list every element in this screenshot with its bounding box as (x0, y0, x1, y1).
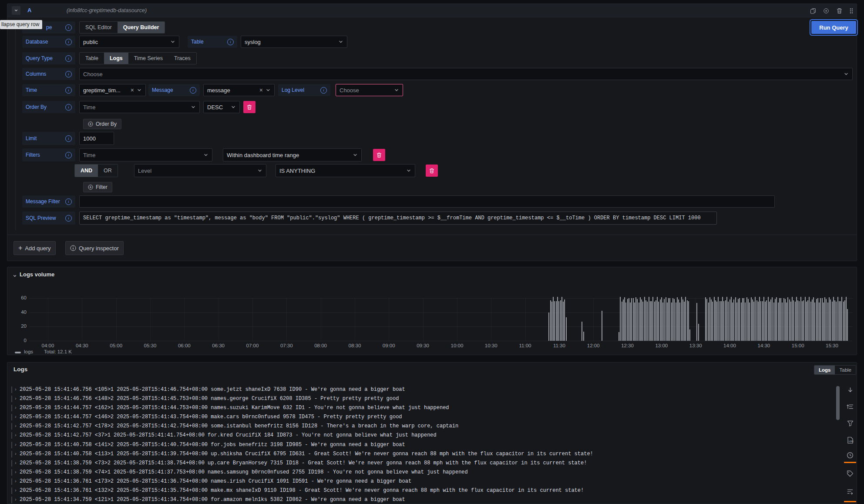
logs-scrollbar[interactable] (836, 386, 840, 420)
logs-volume-bar[interactable] (803, 300, 804, 341)
logs-volume-bar[interactable] (649, 297, 649, 341)
expand-log-chevron-icon[interactable]: › (15, 451, 17, 456)
logs-volume-bar[interactable] (668, 298, 669, 341)
logs-volume-bar[interactable] (706, 299, 707, 341)
logs-volume-bar[interactable] (800, 297, 801, 341)
logs-volume-bar[interactable] (847, 309, 848, 341)
tab-sql-editor[interactable]: SQL Editor (80, 22, 118, 33)
expand-log-chevron-icon[interactable]: › (15, 432, 17, 437)
logs-volume-bar[interactable] (651, 301, 652, 341)
message-filter-input[interactable] (79, 195, 775, 208)
logs-volume-bar[interactable] (662, 302, 663, 341)
log-row[interactable]: ›2025-05-28 15:41:38.759 <73>2 2025-05-2… (7, 459, 830, 468)
logs-volume-bar[interactable] (843, 302, 844, 341)
logs-volume-bar[interactable] (712, 302, 713, 341)
logs-volume-bar[interactable] (824, 297, 825, 341)
deduplication-filter-icon[interactable] (846, 419, 854, 428)
logs-volume-bar[interactable] (650, 301, 651, 341)
logs-volume-bar[interactable] (731, 297, 732, 341)
logs-volume-bar[interactable] (814, 302, 815, 341)
logs-volume-bar[interactable] (785, 299, 786, 341)
log-row[interactable]: ›2025-05-28 15:41:40.758 <113>1 2025-05-… (7, 450, 830, 459)
clear-icon[interactable]: × (131, 87, 134, 93)
logs-volume-bar[interactable] (816, 299, 817, 341)
logs-volume-bars[interactable] (7, 267, 857, 355)
expand-log-chevron-icon[interactable]: › (15, 478, 17, 484)
logs-volume-bar[interactable] (834, 300, 835, 341)
logs-volume-bar[interactable] (822, 298, 823, 341)
logs-volume-bar[interactable] (735, 297, 736, 341)
logs-volume-bar[interactable] (812, 299, 813, 341)
logs-volume-bar[interactable] (669, 298, 670, 341)
logs-volume-bar[interactable] (736, 302, 737, 341)
expand-log-chevron-icon[interactable]: › (15, 405, 17, 410)
logs-volume-bar[interactable] (652, 297, 653, 341)
log-row[interactable]: ›2025-05-28 15:41:40.758 <141>2 2025-05-… (7, 440, 830, 450)
logs-volume-bar[interactable] (657, 297, 658, 341)
logs-volume-bar[interactable] (759, 297, 760, 341)
logs-volume-bar[interactable] (677, 297, 678, 341)
logs-volume-bar[interactable] (679, 302, 680, 341)
logs-volume-bar[interactable] (802, 301, 803, 341)
logs-volume-bar[interactable] (654, 302, 655, 341)
logs-volume-bar[interactable] (639, 302, 639, 341)
logs-volume-bar[interactable] (582, 322, 582, 341)
logs-volume-bar[interactable] (676, 302, 676, 341)
query-inspector-button[interactable]: Query inspector (65, 241, 124, 255)
logs-volume-bar[interactable] (684, 302, 685, 341)
logs-volume-bar[interactable] (796, 297, 797, 341)
logs-volume-bar[interactable] (548, 312, 549, 341)
logs-volume-bar[interactable] (780, 298, 781, 341)
logs-volume-bar[interactable] (711, 299, 712, 341)
logs-volume-bar[interactable] (776, 297, 777, 341)
info-icon[interactable]: i (65, 135, 72, 142)
drag-handle-icon[interactable] (847, 7, 855, 15)
logs-volume-bar[interactable] (642, 302, 643, 341)
logs-volume-bar[interactable] (741, 302, 742, 341)
logs-volume-bar[interactable] (829, 297, 830, 341)
limit-input[interactable]: 1000 (79, 132, 114, 145)
logs-volume-bar[interactable] (823, 302, 824, 341)
filter1-field-select[interactable]: Time (79, 148, 212, 161)
logs-volume-bar[interactable] (728, 302, 729, 341)
expand-log-chevron-icon[interactable]: › (15, 386, 17, 392)
logs-volume-bar[interactable] (658, 302, 659, 341)
logs-volume-bar[interactable] (563, 302, 564, 341)
add-order-by-button[interactable]: Order By (83, 119, 121, 129)
log-row[interactable]: ›2025-05-28 15:41:44.757 <162>1 2025-05-… (7, 403, 830, 413)
log-row[interactable]: ›2025-05-28 15:41:46.756 <148>2 2025-05-… (7, 394, 830, 403)
logs-volume-bar[interactable] (682, 299, 683, 341)
log-row[interactable]: ›2025-05-28 15:41:38.759 <74>1 2025-05-2… (7, 468, 830, 477)
logs-volume-bar[interactable] (746, 297, 747, 341)
logs-volume-bar[interactable] (619, 332, 619, 341)
logs-volume-bar[interactable] (635, 297, 636, 341)
wrap-lines-icon[interactable] (846, 487, 854, 496)
hide-response-eye-icon[interactable] (822, 7, 830, 15)
clear-icon[interactable]: × (259, 87, 263, 93)
logs-volume-bar[interactable] (660, 299, 661, 341)
logs-volume-bar[interactable] (561, 297, 562, 341)
unique-labels-tag-icon[interactable] (846, 469, 854, 478)
info-icon[interactable]: i (65, 104, 72, 111)
logic-or[interactable]: OR (98, 165, 118, 177)
log-row[interactable]: ›2025-05-28 15:41:42.757 <178>2 2025-05-… (7, 422, 830, 431)
oldest-first-sort-icon[interactable] (846, 402, 854, 411)
logs-volume-bar[interactable] (799, 301, 800, 341)
logs-volume-bar[interactable] (624, 297, 625, 341)
logs-volume-bar[interactable] (623, 299, 624, 341)
log-row[interactable]: ›2025-05-28 15:41:34.759 <121>1 2025-05-… (7, 495, 830, 504)
columns-select[interactable]: Choose (79, 68, 853, 80)
logs-volume-bar[interactable] (715, 300, 716, 341)
logs-volume-bar[interactable] (583, 332, 584, 341)
info-icon[interactable]: i (65, 55, 72, 62)
logs-volume-bar[interactable] (622, 302, 622, 341)
logs-volume-bar[interactable] (738, 299, 739, 341)
logs-volume-bar[interactable] (778, 302, 779, 341)
logs-volume-bar[interactable] (560, 300, 561, 341)
add-query-button[interactable]: + Add query (13, 241, 56, 255)
logs-volume-bar[interactable] (726, 297, 727, 341)
query-type-logs[interactable]: Logs (104, 53, 128, 64)
logs-volume-bar[interactable] (647, 302, 648, 341)
logs-volume-bar[interactable] (840, 301, 841, 341)
logs-volume-bar[interactable] (769, 302, 770, 341)
